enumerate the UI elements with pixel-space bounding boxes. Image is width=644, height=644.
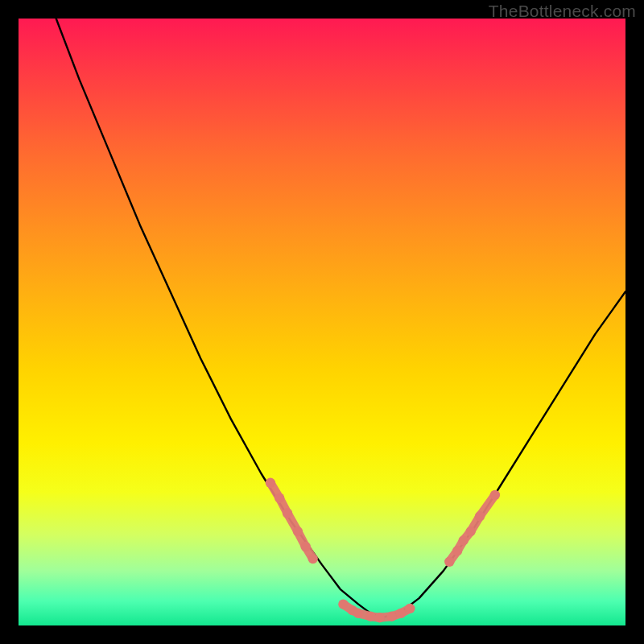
plot-area bbox=[19, 19, 625, 625]
marker-point bbox=[466, 526, 476, 536]
curve-left-branch bbox=[56, 19, 383, 617]
watermark-text: TheBottleneck.com bbox=[489, 2, 636, 21]
highlighted-segment bbox=[266, 478, 500, 623]
marker-point bbox=[300, 542, 310, 551]
marker-point bbox=[405, 604, 415, 613]
marker-point bbox=[293, 526, 303, 536]
marker-point bbox=[266, 478, 275, 488]
marker-point bbox=[353, 609, 363, 618]
curve-right-branch bbox=[382, 291, 625, 617]
marker-point bbox=[475, 511, 485, 521]
chart-stage: TheBottleneck.com bbox=[0, 0, 644, 644]
marker-point bbox=[490, 490, 500, 500]
marker-point bbox=[283, 508, 292, 518]
marker-point bbox=[308, 554, 318, 564]
marker-point bbox=[374, 613, 384, 622]
marker-point bbox=[338, 599, 348, 609]
marker-point bbox=[444, 557, 454, 567]
curve-layer bbox=[19, 19, 625, 625]
marker-point bbox=[459, 535, 469, 545]
marker-point bbox=[365, 612, 375, 621]
marker-point bbox=[452, 546, 462, 555]
bottleneck-curve bbox=[56, 19, 625, 617]
marker-point bbox=[396, 609, 406, 618]
marker-point bbox=[387, 612, 397, 621]
marker-point bbox=[275, 493, 284, 503]
